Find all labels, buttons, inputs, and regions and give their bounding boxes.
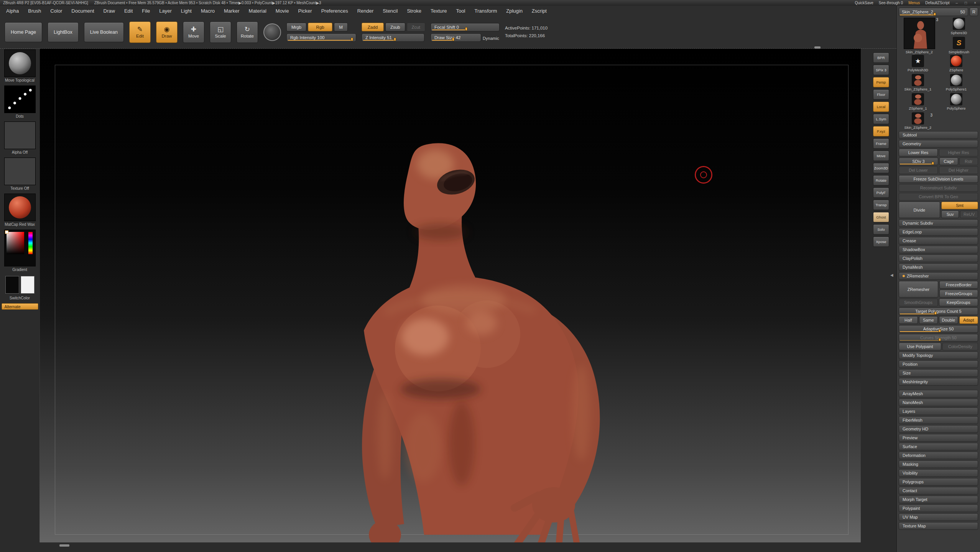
deformation-header[interactable]: Deformation [899, 452, 978, 459]
polypaint-header[interactable]: Polypaint [899, 504, 978, 512]
del-higher-button[interactable]: Del Higher [939, 166, 978, 174]
stroke-thumbnail[interactable] [4, 85, 36, 113]
adaptive-size-knob[interactable] [939, 329, 941, 332]
polygroups-header[interactable]: Polygroups [899, 478, 978, 486]
menu-edit[interactable]: Edit [120, 6, 137, 16]
texture-map-header[interactable]: Texture Map [899, 522, 978, 530]
smooth-groups-toggle[interactable]: SmoothGroups [899, 299, 938, 306]
menu-picker[interactable]: Picker [294, 6, 317, 16]
rgb-intensity-knob[interactable] [351, 38, 353, 41]
z-intensity-slider[interactable]: Z Intensity 51 [362, 33, 424, 42]
secondary-color-swatch[interactable] [21, 276, 35, 294]
home-page-button[interactable]: Home Page [5, 22, 42, 42]
alpha-thumbnail[interactable] [4, 122, 36, 149]
current-material[interactable]: MatCap Red Wax [4, 194, 36, 227]
curves-strength-knob[interactable] [939, 338, 941, 341]
texture-thumbnail[interactable] [4, 158, 36, 185]
zremesher-header[interactable]: ZRemesher [899, 272, 978, 280]
ghost-icon[interactable]: Ghost [873, 212, 889, 222]
menu-alpha[interactable]: Alpha [2, 6, 23, 16]
rgb-toggle[interactable]: Rgb [308, 23, 332, 31]
dynamesh-header[interactable]: DynaMesh [899, 263, 978, 271]
tool-zsphere[interactable]: ZSphere [937, 55, 975, 72]
menu-draw[interactable]: Draw [99, 6, 120, 16]
menu-render[interactable]: Render [353, 6, 378, 16]
tool-zsphere1[interactable]: ZSphere_1 [899, 93, 937, 110]
z-intensity-knob[interactable] [394, 38, 396, 41]
draw-size-knob[interactable] [452, 38, 454, 41]
edit-mode-button[interactable]: ✎ Edit [129, 21, 151, 43]
menu-preferences[interactable]: Preferences [317, 6, 353, 16]
h-scroll-nub[interactable] [59, 544, 69, 547]
rotate-nav-icon[interactable]: Rotate [873, 175, 889, 186]
rstr-button[interactable]: Rstr [959, 158, 978, 165]
move-nav-icon[interactable]: Move [873, 151, 889, 161]
rotate-mode-button[interactable]: ↻ Rotate [237, 21, 258, 43]
draw-mode-button[interactable]: ◉ Draw [156, 21, 178, 43]
lsym-toggle[interactable]: L.Sym [871, 114, 891, 124]
solo-icon[interactable]: Solo [873, 224, 889, 235]
transp-icon[interactable]: Transp [873, 200, 889, 210]
move-nav-button[interactable]: Move [871, 151, 891, 161]
focal-shift-slider[interactable]: Focal Shift 0 [431, 23, 500, 31]
frame-icon[interactable]: Frame [873, 138, 889, 149]
floor-icon[interactable]: Floor [873, 89, 889, 100]
geometry-hd-header[interactable]: Geometry HD [899, 425, 978, 433]
divide-button[interactable]: Divide [899, 202, 940, 218]
menu-texture[interactable]: Texture [426, 6, 452, 16]
main-color-swatch[interactable] [5, 276, 19, 294]
edgeloop-header[interactable]: EdgeLoop [899, 228, 978, 236]
focal-shift-knob[interactable] [465, 27, 467, 31]
divider-handle[interactable] [814, 46, 821, 49]
fibermesh-header[interactable]: FiberMesh [899, 416, 978, 424]
subtool-section-header[interactable]: Subtool [899, 131, 978, 139]
layers-header[interactable]: Layers [899, 407, 978, 415]
active-tool[interactable]: 3 Skin_ZSphere_2 [899, 18, 940, 54]
close-icon[interactable]: × [973, 1, 977, 5]
simplebrush-thumbnail[interactable]: S [953, 37, 965, 49]
shelf-collapse-arrow[interactable]: ◀ [890, 273, 893, 277]
persp-icon[interactable]: Persp [873, 77, 889, 87]
uv-map-header[interactable]: UV Map [899, 513, 978, 521]
default-zscript-button[interactable]: DefaultZScript [925, 1, 949, 5]
rgb-intensity-slider[interactable]: Rgb Intensity 100 [286, 33, 356, 42]
zsphere-thumbnail[interactable] [950, 55, 962, 67]
suv-toggle[interactable]: Suv [941, 210, 959, 218]
sculpt-canvas[interactable] [39, 49, 861, 542]
curves-strength-slider[interactable]: Curves Strength 50 [899, 334, 978, 342]
rotate-nav-button[interactable]: Rotate [871, 175, 891, 186]
arraymesh-header[interactable]: ArrayMesh [899, 390, 978, 398]
tool-skin-zsphere2[interactable]: 3 Skin_ZSphere_2 [899, 112, 937, 130]
menu-file[interactable]: File [137, 6, 155, 16]
smt-toggle[interactable]: Smt [941, 202, 978, 209]
crease-header[interactable]: Crease [899, 237, 978, 245]
transp-toggle[interactable]: Transp [871, 200, 891, 210]
material-thumbnail[interactable] [4, 194, 36, 221]
zcut-toggle[interactable]: Zcut [407, 23, 425, 31]
current-texture[interactable]: Texture Off [4, 158, 36, 191]
adaptive-size-slider[interactable]: AdaptiveSize 50 [899, 325, 978, 333]
claypolish-header[interactable]: ClayPolish [899, 255, 978, 262]
menu-transform[interactable]: Transform [470, 6, 502, 16]
pxyz-icon[interactable]: P.xyz [873, 126, 889, 136]
half-toggle[interactable]: Half [899, 316, 918, 324]
polyf-icon[interactable]: PolyF [873, 187, 889, 198]
m-toggle[interactable]: M [334, 23, 348, 31]
color-density-button[interactable]: ColorDensity [942, 343, 978, 350]
cage-button[interactable]: Cage [939, 158, 958, 165]
ghost-toggle[interactable]: Ghost [871, 212, 891, 222]
alternate-button[interactable]: Alternate [2, 303, 38, 310]
bpr-icon[interactable]: BPR [873, 53, 889, 63]
meshintegrity-header[interactable]: MeshIntegrity [899, 378, 978, 386]
skin-zsphere1-thumbnail[interactable] [912, 74, 924, 86]
reuv-button[interactable]: ReUV [960, 210, 978, 218]
saturation-square[interactable] [7, 232, 24, 254]
mrgb-toggle[interactable]: Mrgb [286, 23, 306, 31]
zsub-toggle[interactable]: Zsub [385, 23, 405, 31]
use-polypaint-toggle[interactable]: Use Polypaint [899, 343, 941, 350]
brush-thumbnail[interactable] [4, 49, 36, 77]
floor-toggle[interactable]: Floor [871, 89, 891, 100]
move-mode-button[interactable]: ✚ Move [183, 21, 204, 43]
zoom3d-icon[interactable]: Zoom3D [873, 163, 889, 173]
keep-groups-toggle[interactable]: KeepGroups [939, 299, 978, 306]
